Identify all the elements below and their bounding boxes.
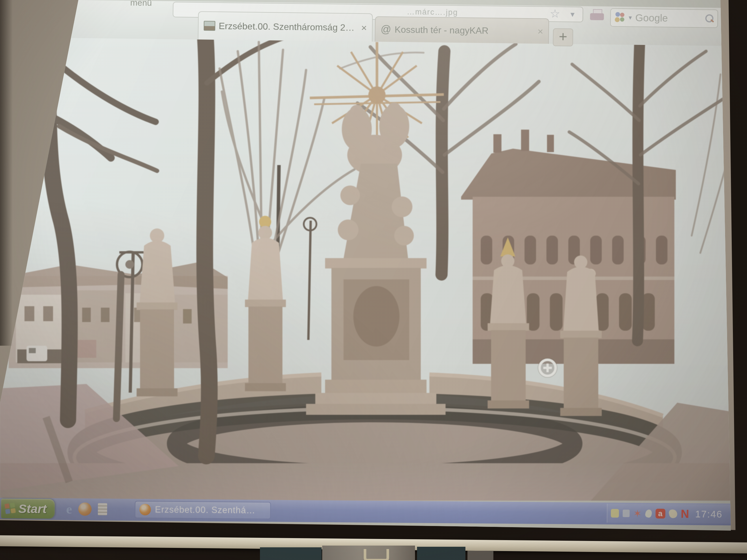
browser-photo-viewport[interactable] [0, 34, 747, 501]
tab-kossuth-ter[interactable]: @ Kossuth tér - nagyKAR × [375, 17, 549, 44]
table-object-left [260, 547, 321, 560]
tray-n-icon[interactable]: N [681, 509, 689, 519]
white-van [27, 346, 47, 361]
new-tab-button[interactable]: + [553, 28, 573, 46]
firefox-icon[interactable] [78, 502, 92, 516]
tray-display-icon[interactable] [623, 510, 630, 517]
photographed-projection-scene: menü × …márc….jpg ☆ ▾ ▾ [0, 0, 747, 560]
address-dropdown-icon[interactable]: ▾ [570, 9, 574, 19]
bookmark-star-icon[interactable]: ☆ [549, 7, 560, 20]
task-button-firefox[interactable]: Erzsébet.00. Szenthá… [135, 501, 271, 519]
tray-volume-icon[interactable] [668, 509, 677, 519]
pillar-handle [364, 549, 389, 560]
quick-launch-bar: e [61, 500, 127, 518]
tab-title: Kossuth tér - nagyKAR [394, 24, 534, 36]
tab-close-icon[interactable]: × [538, 26, 543, 37]
url-text: …márc….jpg [407, 7, 458, 17]
print-button[interactable] [590, 9, 604, 23]
google-search-box[interactable]: ▾ [610, 8, 718, 28]
search-magnifier-icon[interactable] [705, 15, 713, 23]
start-button[interactable]: Start [1, 499, 55, 518]
internet-explorer-icon[interactable]: e [66, 501, 72, 516]
google-logo-icon [615, 12, 626, 23]
tray-antivirus-icon[interactable]: a [655, 509, 665, 518]
system-tray: ✶ a N 17:46 [607, 504, 732, 524]
search-engine-dropdown-icon[interactable]: ▾ [628, 14, 632, 21]
firefox-icon [139, 504, 151, 515]
room-shadow-left [0, 0, 13, 346]
start-label: Start [19, 502, 47, 516]
tab-title: Erzsébet.00. Szentháromság 2013 márc. … [219, 21, 358, 33]
at-icon: @ [381, 23, 391, 35]
tray-messenger-icon[interactable] [611, 509, 619, 518]
tray-update-icon[interactable] [644, 509, 652, 518]
search-input[interactable] [635, 12, 702, 25]
printer-icon [590, 13, 604, 21]
tray-clock[interactable]: 17:46 [695, 508, 722, 520]
table-object-small [467, 551, 493, 560]
image-thumbnail-icon [204, 21, 215, 30]
projected-desktop: menü × …márc….jpg ☆ ▾ ▾ [0, 0, 747, 531]
task-button-label: Erzsébet.00. Szenthá… [155, 504, 256, 516]
windows-logo-icon [4, 503, 16, 514]
tab-szentharomsag[interactable]: Erzsébet.00. Szentháromság 2013 márc. … … [198, 11, 372, 42]
zoom-in-cursor [538, 358, 557, 378]
tab-close-icon[interactable]: × [361, 22, 367, 33]
document-icon[interactable] [98, 503, 107, 515]
square-photo [0, 34, 747, 501]
menu-item[interactable]: menü [130, 0, 152, 8]
tray-star-icon[interactable]: ✶ [634, 509, 642, 518]
table-object-right [417, 547, 465, 560]
